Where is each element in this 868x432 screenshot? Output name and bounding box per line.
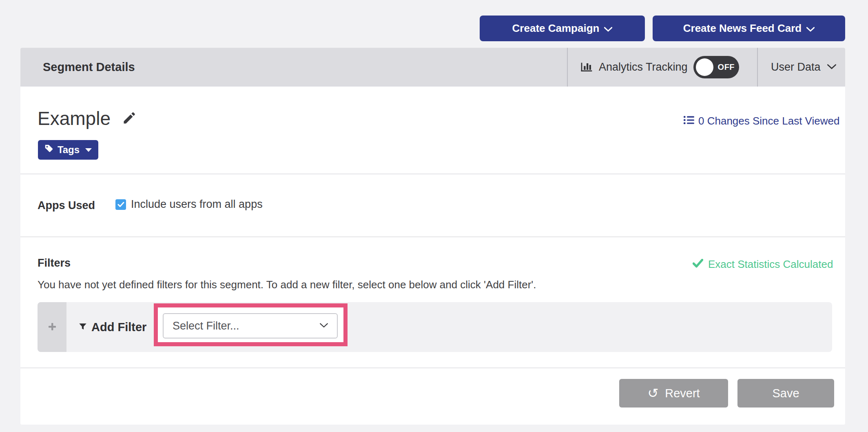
- header-divider: [567, 48, 568, 87]
- user-data-dropdown[interactable]: User Data: [771, 48, 836, 87]
- edit-name-button[interactable]: [122, 111, 137, 127]
- card-header: Segment Details Analytics Tracking OFF: [20, 48, 845, 87]
- add-filter-label: Add Filter: [91, 321, 146, 334]
- segment-name-row: Example: [38, 107, 137, 129]
- analytics-tracking-group: Analytics Tracking OFF: [580, 48, 739, 87]
- filters-title: Filters: [38, 257, 71, 269]
- chevron-down-icon: [604, 22, 612, 35]
- segment-name: Example: [38, 107, 111, 129]
- pencil-icon: [122, 111, 137, 127]
- segment-details-card: Segment Details Analytics Tracking OFF: [20, 48, 845, 425]
- create-campaign-label: Create Campaign: [512, 22, 600, 35]
- revert-label: Revert: [665, 387, 700, 400]
- check-icon: [693, 258, 703, 271]
- analytics-tracking-toggle[interactable]: OFF: [693, 56, 739, 78]
- tags-label: Tags: [58, 144, 80, 156]
- user-data-label: User Data: [771, 61, 821, 73]
- save-label: Save: [772, 387, 799, 400]
- filters-empty-text: You have not yet defined filters for thi…: [38, 278, 536, 291]
- select-filter-dropdown[interactable]: Select Filter...: [163, 313, 338, 338]
- apps-used-checkbox-row: Include users from all apps: [115, 198, 263, 211]
- revert-button[interactable]: ↺ Revert: [619, 379, 728, 408]
- add-filter-button[interactable]: Add Filter: [78, 302, 146, 352]
- exact-statistics-status: Exact Statistics Calculated: [693, 258, 833, 271]
- analytics-tracking-label: Analytics Tracking: [599, 61, 688, 73]
- tag-icon: [44, 144, 53, 156]
- create-news-feed-card-label: Create News Feed Card: [683, 22, 802, 35]
- toggle-state-label: OFF: [718, 56, 735, 78]
- include-all-apps-label: Include users from all apps: [131, 198, 263, 211]
- section-divider: [20, 236, 845, 237]
- header-divider: [757, 48, 758, 87]
- filter-funnel-icon: [78, 321, 87, 334]
- list-icon: [684, 115, 694, 127]
- exact-statistics-label: Exact Statistics Calculated: [708, 258, 833, 271]
- create-news-feed-card-button[interactable]: Create News Feed Card: [653, 16, 845, 41]
- toggle-knob: [696, 58, 713, 76]
- section-divider: [20, 174, 845, 174]
- chevron-down-icon: [320, 322, 328, 330]
- bar-chart-icon: [580, 60, 593, 75]
- section-divider: [20, 367, 845, 368]
- revert-icon: ↺: [647, 387, 658, 400]
- include-all-apps-checkbox[interactable]: [115, 199, 126, 210]
- segment-details-page: Create Campaign Create News Feed Card Se…: [0, 0, 868, 432]
- tags-button[interactable]: Tags: [38, 140, 98, 160]
- apps-used-label: Apps Used: [38, 199, 95, 212]
- chevron-down-icon: [806, 22, 815, 35]
- changes-since-last-viewed-link[interactable]: 0 Changes Since Last Viewed: [684, 115, 839, 127]
- page-title: Segment Details: [43, 48, 135, 87]
- chevron-down-icon: [827, 64, 836, 71]
- plus-icon: [47, 322, 57, 333]
- create-campaign-button[interactable]: Create Campaign: [480, 16, 645, 41]
- add-filter-plus-button[interactable]: [38, 302, 66, 352]
- changes-link-label: 0 Changes Since Last Viewed: [698, 115, 839, 127]
- save-button[interactable]: Save: [737, 379, 834, 408]
- caret-down-icon: [85, 148, 92, 152]
- select-filter-placeholder: Select Filter...: [173, 320, 239, 332]
